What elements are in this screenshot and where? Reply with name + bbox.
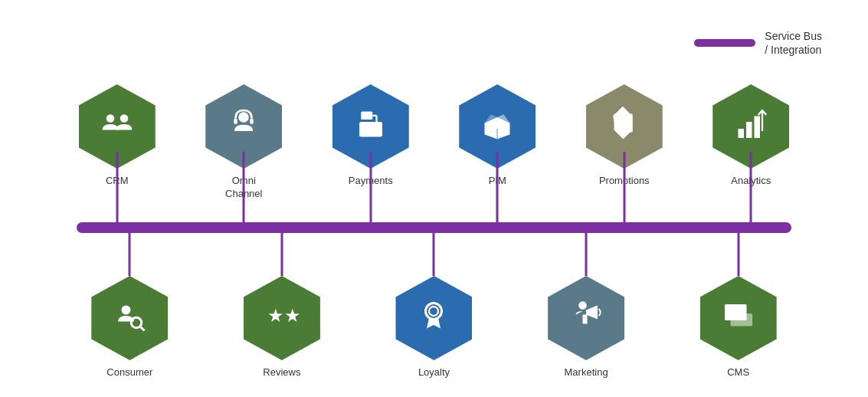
svg-point-23 — [426, 303, 442, 320]
hex-item-reviews: ★★☆ Reviews — [244, 276, 320, 379]
svg-rect-8 — [376, 126, 379, 129]
svg-point-29 — [728, 307, 732, 311]
loyalty-icon — [415, 297, 452, 339]
svg-rect-26 — [583, 315, 588, 318]
connector-cms — [737, 230, 739, 276]
hex-item-marketing: Marketing — [548, 276, 624, 379]
hexagon-marketing — [548, 276, 624, 360]
payments-icon — [352, 106, 389, 147]
hex-item-promotions: Promotions — [586, 84, 663, 201]
svg-point-0 — [106, 114, 115, 123]
connector-reviews — [280, 230, 283, 276]
svg-point-19 — [122, 306, 131, 315]
connector-consumer — [129, 230, 131, 276]
svg-line-21 — [140, 326, 145, 331]
svg-rect-17 — [755, 116, 761, 139]
crm-icon — [99, 106, 136, 147]
hex-item-loyalty: Loyalty — [395, 276, 472, 379]
svg-rect-4 — [251, 119, 254, 125]
marketing-icon — [568, 297, 604, 339]
svg-rect-6 — [362, 126, 369, 130]
legend-line — [694, 39, 755, 47]
marketing-label: Marketing — [565, 366, 608, 379]
connector-crm — [116, 152, 118, 228]
hexagon-reviews: ★★☆ — [244, 276, 320, 360]
svg-point-2 — [239, 112, 250, 123]
hex-item-crm: CRM — [79, 84, 156, 201]
svg-rect-3 — [234, 119, 238, 125]
bottom-row: Consumer ★★☆ Reviews — [31, 276, 837, 379]
cms-icon — [720, 297, 757, 339]
consumer-icon — [111, 297, 148, 339]
hexagon-loyalty — [395, 276, 472, 360]
hex-item-consumer: Consumer — [91, 276, 168, 379]
omnichannel-icon — [225, 106, 262, 147]
promotions-icon — [606, 106, 643, 147]
svg-rect-30 — [730, 313, 752, 326]
hexagon-cms — [700, 276, 777, 360]
hex-item-payments: Payments — [332, 84, 409, 201]
reviews-icon: ★★☆ — [264, 297, 300, 339]
svg-rect-15 — [739, 129, 745, 138]
connector-payments — [369, 152, 372, 228]
analytics-icon — [732, 106, 769, 147]
svg-rect-11 — [361, 112, 372, 120]
hex-item-cms: CMS — [700, 276, 777, 379]
connector-pim — [496, 152, 499, 228]
hexagon-consumer — [91, 276, 168, 360]
svg-text:★★☆: ★★☆ — [267, 305, 300, 326]
svg-rect-10 — [376, 130, 379, 133]
connector-omnichannel — [243, 152, 245, 228]
hex-item-analytics: Analytics — [712, 84, 789, 201]
svg-rect-7 — [372, 126, 375, 129]
pim-icon — [479, 106, 516, 147]
top-row: CRM OmniChannel — [31, 84, 837, 201]
diagram: CRM OmniChannel — [31, 69, 837, 382]
cms-label: CMS — [727, 366, 749, 379]
connector-promotions — [623, 152, 625, 228]
svg-rect-16 — [746, 122, 752, 138]
svg-point-24 — [429, 307, 438, 316]
legend-label: Service Bus/ Integration — [765, 29, 822, 57]
legend: Service Bus/ Integration — [694, 29, 822, 57]
connector-analytics — [750, 152, 752, 228]
svg-point-14 — [625, 115, 630, 120]
svg-rect-9 — [372, 130, 375, 133]
consumer-label: Consumer — [106, 366, 152, 379]
reviews-label: Reviews — [263, 366, 300, 379]
hex-item-pim: PIM — [459, 84, 536, 201]
hex-item-omnichannel: OmniChannel — [205, 84, 282, 201]
connector-loyalty — [433, 230, 435, 276]
connector-marketing — [585, 230, 588, 276]
svg-point-1 — [120, 114, 129, 123]
loyalty-label: Loyalty — [418, 366, 450, 379]
svg-point-25 — [578, 301, 587, 310]
